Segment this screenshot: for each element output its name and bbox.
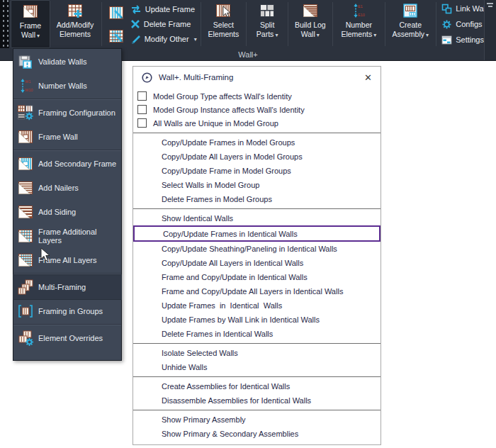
frame-pencil-a-icon [108, 4, 125, 21]
dialog-action-show-identical-walls[interactable]: Show Identical Walls [133, 211, 381, 225]
menu-item-label: Add Nailers [38, 184, 79, 192]
chevron-down-icon: ▾ [373, 32, 376, 38]
dialog-action-show-primary-assembly[interactable]: Show Primary Assembly [133, 413, 381, 427]
ribbon-button-select-elements[interactable]: Select Elements [202, 0, 244, 48]
refresh-icon [130, 4, 142, 15]
menu-item-element-overrides[interactable]: Element Overrides [13, 326, 121, 350]
button-label: Configs [456, 20, 482, 28]
ribbon-buttons-row: Frame Wall▾Add/Modify ElementsUpdate Fra… [11, 0, 496, 48]
checkbox[interactable] [137, 105, 147, 114]
link-icon [441, 4, 452, 14]
button-label: Delete Frame [144, 20, 191, 28]
ribbon-separator [436, 2, 436, 46]
validate-walls-icon [17, 53, 34, 70]
dialog-action-frame-and-copy-update-in-identical-walls[interactable]: Frame and Copy/Update in Identical Walls [133, 270, 381, 284]
framing-config-icon [17, 104, 34, 121]
panel-grip-handle[interactable] [0, 0, 9, 48]
ribbon-separator [246, 2, 247, 46]
dialog-action-delete-frames-in-identical-walls[interactable]: Delete Frames in Identical Walls [133, 327, 381, 341]
checkbox-label: All Walls are Unique in Model Group [153, 119, 278, 128]
checkbox-row-all-walls-are-unique-in-model-group: All Walls are Unique in Model Group [133, 116, 381, 130]
menu-item-add-siding[interactable]: Add Siding [13, 200, 121, 224]
number-walls-icon: W1W10 [17, 77, 34, 94]
dialog-action-isolate-selected-walls[interactable]: Isolate Selected Walls [133, 346, 381, 360]
dialog-action-update-frames-by-wall-link-in-identical-walls[interactable]: Update Frames by Wall Link in Identical … [133, 313, 381, 327]
modify-frame-group: Update FrameDelete FrameModify Other▾ [103, 0, 199, 48]
menu-item-number-walls[interactable]: W1W10Number Walls [13, 74, 121, 98]
checkbox[interactable] [137, 118, 147, 128]
svg-text:E10: E10 [358, 13, 365, 17]
menu-item-multi-framing[interactable]: Multi-Framing [13, 275, 121, 299]
ribbon-button-add-modify-elements[interactable]: Add/Modify Elements [50, 0, 100, 48]
dialog-action-show-primary-secondary-assemblies[interactable]: Show Primary & Secondary Assemblies [133, 427, 381, 441]
menu-item-add-secondary-frame[interactable]: Add Secondary Frame [13, 152, 121, 176]
ribbon-button-create-assembly[interactable]: Create Assembly▾ [387, 0, 434, 48]
button-label: Create Assembly▾ [390, 21, 432, 38]
dialog-action-copy-update-frames-in-identical-walls[interactable]: Copy/Update Frames in Identical Walls [133, 225, 381, 242]
menu-item-framing-configuration[interactable]: Framing Configuration [13, 101, 121, 125]
ribbon-separator [101, 2, 102, 46]
menu-item-label: Frame Additional Layers [38, 228, 121, 245]
gear-icon [441, 19, 452, 30]
button-label: Settings [456, 35, 484, 44]
dialog-action-delete-frames-in-model-groups[interactable]: Delete Frames in Model Groups [133, 192, 381, 206]
button-label: Split Parts▾ [251, 21, 283, 38]
menu-item-validate-walls[interactable]: Validate Walls [13, 50, 121, 74]
dialog-action-copy-update-sheathing-paneling-in-identical-walls[interactable]: Copy/Update Sheathing/Paneling in Identi… [133, 242, 381, 256]
menu-separator [13, 150, 121, 151]
menu-item-frame-additional-layers[interactable]: Frame Additional Layers [13, 224, 121, 248]
ribbon-separator [288, 2, 288, 46]
menu-item-label: Framing in Groups [38, 307, 103, 315]
split-parts-icon [259, 2, 276, 19]
menu-item-frame-wall[interactable]: Frame Wall [13, 125, 121, 149]
panel-title: Wall+ [238, 50, 257, 59]
chevron-down-icon: ▾ [37, 33, 40, 39]
button-label: Add/Modify Elements [53, 21, 97, 38]
assembly-icon [402, 2, 419, 19]
ribbon-separator [385, 2, 385, 46]
dialog-action-copy-update-all-layers-in-identical-walls[interactable]: Copy/Update All Layers in Identical Wall… [133, 256, 381, 270]
dialog-action-copy-update-all-layers-in-model-groups[interactable]: Copy/Update All Layers in Model Groups [133, 150, 381, 164]
menu-item-frame-all-layers[interactable]: Frame All Layers [13, 248, 121, 272]
dialog-separator [133, 343, 381, 344]
dialog-action-create-assemblies-for-identical-walls[interactable]: Create Assemblies for Identical Walls [133, 379, 381, 393]
dialog-action-update-frames-in-identical-walls[interactable]: Update Frames in Identical Walls [133, 298, 381, 313]
checkbox[interactable] [137, 91, 147, 101]
dialog-action-select-walls-in-model-group[interactable]: Select Walls in Model Group [133, 178, 381, 192]
multi-framing-icon [17, 279, 34, 296]
dialog-action-copy-update-frame-in-model-groups[interactable]: Copy/Update Frame in Model Groups [133, 164, 381, 178]
dialog-action-unhide-walls[interactable]: Unhide Walls [133, 360, 381, 374]
chevron-down-icon: ▾ [317, 32, 320, 38]
ribbon-button-update-frame[interactable]: Update Frame [130, 4, 197, 16]
menu-item-label: Frame Wall [38, 133, 78, 141]
menu-item-label: Framing Configuration [38, 108, 115, 117]
ribbon-button-frame-wall[interactable]: Frame Wall▾ [11, 0, 50, 48]
wallplus-logo-icon [142, 72, 152, 83]
dialog-action-frame-and-copy-update-all-layers-in-identical-wall[interactable]: Frame and Copy/Update All Layers in Iden… [133, 284, 381, 298]
button-label: Frame Wall▾ [14, 21, 47, 39]
checkbox-row-model-group-type-affects-wall-s-identity: Model Group Type affects Wall's Identity [133, 89, 381, 103]
menu-item-label: Number Walls [38, 82, 87, 90]
select-elements-icon [215, 2, 232, 19]
ribbon-button-number-elements[interactable]: E1E10Number Elements▾ [334, 0, 383, 48]
dialog-action-copy-update-frames-in-model-groups[interactable]: Copy/Update Frames in Model Groups [133, 135, 381, 150]
ribbon-collapse-icon[interactable] [487, 3, 493, 9]
button-label: Select Elements [205, 21, 242, 38]
ribbon-button-modify-other[interactable]: Modify Other▾ [130, 33, 197, 45]
button-label: Update Frame [145, 5, 195, 13]
app-window: Frame Wall▾Add/Modify ElementsUpdate Fra… [0, 0, 496, 448]
svg-text:E1: E1 [358, 4, 363, 9]
menu-item-add-nailers[interactable]: Add Nailers [13, 176, 121, 200]
checkbox-row-model-group-instance-affects-wall-s-iden: Model Group Instance affects Wall's Iden… [133, 103, 381, 116]
svg-text:W10: W10 [25, 88, 33, 92]
ribbon-iconbutton-frame-pencil-a[interactable] [106, 2, 127, 23]
menu-item-framing-in-groups[interactable]: Framing in Groups [13, 299, 121, 323]
ribbon-iconbutton-frame-pencil-b[interactable] [106, 26, 127, 47]
ribbon-button-build-log-wall[interactable]: Build Log Wall▾ [290, 0, 331, 48]
ribbon-button-split-parts[interactable]: Split Parts▾ [248, 0, 286, 48]
dialog-action-disassemble-assemblies-for-identical-walls[interactable]: Disassemble Assemblies for Identical Wal… [133, 393, 381, 408]
checkbox-label: Model Group Type affects Wall's Identity [153, 92, 292, 101]
ribbon-button-delete-frame[interactable]: Delete Frame [130, 18, 197, 30]
frame-wall-icon [22, 3, 39, 20]
close-icon[interactable]: ✕ [364, 73, 372, 82]
